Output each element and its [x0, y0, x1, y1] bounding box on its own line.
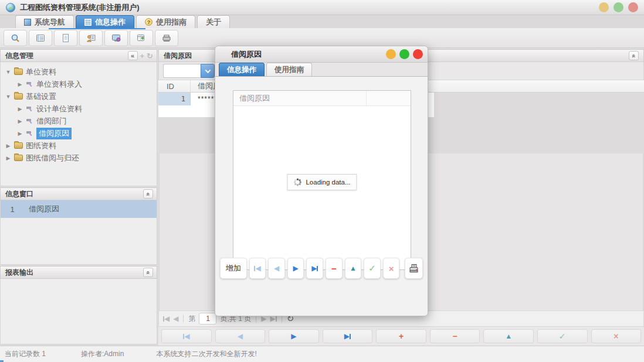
nav-next-button[interactable]: ▶ — [287, 258, 304, 279]
table-add-button[interactable] — [130, 30, 153, 46]
collapse-up-icon[interactable]: « — [143, 189, 153, 199]
report-output-body — [0, 279, 157, 344]
expand-arrow-icon[interactable]: ▶ — [17, 81, 23, 87]
tree-node-borrow-reason[interactable]: ▶ 借阅原因 — [1, 127, 157, 139]
icon-toolbar — [0, 28, 644, 48]
expand-arrow-icon[interactable]: ▶ — [17, 106, 23, 112]
search-button[interactable] — [4, 30, 27, 46]
user-report-icon — [86, 33, 96, 43]
nav-last-icon: ▶ — [311, 264, 318, 272]
tree-node-unit-data-entry[interactable]: ▶ 单位资料录入 — [1, 78, 157, 90]
dialog-tab-user-guide[interactable]: 使用指南 — [266, 63, 312, 76]
expand-arrow-icon[interactable]: ▶ — [5, 155, 11, 161]
monitor-button[interactable] — [104, 30, 128, 46]
tab-label: 使用指南 — [156, 17, 187, 28]
column-header-empty — [366, 91, 411, 105]
tab-label: 信息操作 — [95, 17, 126, 28]
tree-node-drawing-borrow-return[interactable]: ▶ 图纸借阅与归还 — [1, 152, 157, 164]
add-button[interactable]: 增加 — [220, 258, 247, 279]
dialog-grid-header: 借阅原因 — [233, 91, 411, 106]
grid-icon — [84, 19, 91, 26]
nav-next-icon: ▶ — [291, 332, 296, 340]
printer-tray-button[interactable] — [155, 30, 178, 46]
refresh-icon[interactable]: ↻ — [147, 52, 153, 60]
tree-label-selected: 借阅原因 — [36, 128, 72, 139]
nav-prev-icon: ◀ — [238, 332, 243, 340]
nav-prev-button[interactable]: ◀ — [215, 329, 266, 343]
zoom-icon[interactable] — [614, 2, 623, 12]
column-header-id[interactable]: ID — [158, 80, 191, 92]
add-icon[interactable]: + — [140, 52, 145, 60]
expand-arrow-icon[interactable]: ▶ — [5, 143, 11, 149]
add-record-button[interactable]: + — [376, 329, 426, 343]
chevron-down-icon[interactable] — [201, 64, 215, 78]
app-title: 工程图纸资料管理系统(非注册用户) — [20, 2, 140, 13]
move-up-button[interactable]: ▲ — [345, 258, 362, 279]
page-number-input[interactable] — [199, 313, 216, 325]
nav-first-button[interactable]: ◀ — [249, 258, 266, 279]
status-message: 本系统支持二次开发和全新开发! — [156, 349, 256, 359]
main-tabbar: 系统导航 信息操作 ? 使用指南 关于 — [0, 15, 644, 28]
tab-info-operation[interactable]: 信息操作 — [76, 15, 134, 28]
operator-label: 操作者:Admin — [81, 349, 124, 359]
tree-node-basic-settings[interactable]: ▼ 基础设置 — [1, 90, 157, 103]
tree-node-drawing-data[interactable]: ▶ 图纸资料 — [1, 139, 157, 152]
dialog-titlebar[interactable]: 借阅原因 — [215, 46, 428, 63]
help-coin-icon: ? — [145, 18, 152, 26]
cancel-button[interactable]: × — [591, 329, 642, 343]
column-header-reason[interactable]: 借阅原因 — [233, 91, 366, 105]
tree-node-borrow-department[interactable]: ▶ 借阅部门 — [1, 115, 157, 127]
remove-icon: − — [331, 264, 337, 274]
tree-node-design-unit-data[interactable]: ▶ 设计单位资料 — [1, 103, 157, 115]
remove-record-button[interactable]: − — [430, 329, 480, 343]
close-icon[interactable] — [628, 2, 638, 12]
tool-icon — [26, 80, 33, 88]
nav-next-button[interactable]: ▶ — [269, 329, 319, 343]
user-report-button[interactable] — [79, 30, 103, 46]
dialog-body: 借阅原因 Loading data... 增加 ◀ ◀ ▶ ▶ − ▲ ✓ — [215, 77, 428, 285]
record-count-label: 当前记录数 1 — [5, 349, 46, 359]
list-item[interactable]: 1 借阅原因 — [1, 200, 157, 218]
print-button[interactable] — [405, 258, 423, 279]
minimize-icon[interactable] — [599, 2, 609, 12]
move-up-button[interactable]: ▲ — [483, 329, 534, 343]
expand-arrow-icon[interactable]: ▶ — [17, 118, 23, 124]
table-list-icon — [36, 33, 45, 43]
dialog-tab-info-operation[interactable]: 信息操作 — [219, 63, 265, 76]
combo-input[interactable] — [163, 64, 201, 78]
tree-label: 单位资料录入 — [36, 79, 82, 90]
filter-combobox[interactable] — [163, 64, 215, 78]
expand-arrow-icon[interactable]: ▼ — [5, 94, 11, 100]
tree-label: 基础设置 — [26, 91, 56, 102]
confirm-button[interactable]: ✓ — [537, 329, 588, 343]
nav-last-button[interactable]: ▶ — [323, 329, 373, 343]
tool-icon — [26, 117, 33, 125]
nav-prev-button[interactable]: ◀ — [268, 258, 285, 279]
dialog-minimize-icon[interactable] — [386, 49, 396, 59]
dialog-zoom-icon[interactable] — [399, 49, 409, 59]
confirm-button[interactable]: ✓ — [364, 258, 381, 279]
expand-arrow-icon[interactable]: ▼ — [5, 69, 11, 75]
nav-next-icon: ▶ — [293, 264, 299, 272]
collapse-left-icon[interactable]: « — [128, 51, 138, 60]
page-prefix-label: 第 — [188, 314, 195, 324]
folder-icon — [14, 93, 23, 100]
dialog-close-icon[interactable] — [413, 49, 423, 59]
nav-prev-icon[interactable]: ◀ — [173, 315, 178, 323]
tab-system-nav[interactable]: 系统导航 — [15, 15, 74, 28]
table-list-button[interactable] — [29, 30, 52, 46]
remove-button[interactable]: − — [326, 258, 343, 279]
tree-node-unit-data[interactable]: ▼ 单位资料 — [1, 66, 157, 78]
collapse-up-icon[interactable]: « — [143, 268, 153, 277]
nav-first-button[interactable]: ◀ — [161, 329, 212, 343]
collapse-up-icon[interactable]: « — [629, 51, 639, 60]
cancel-button[interactable]: × — [383, 258, 400, 279]
spinner-icon — [293, 178, 301, 186]
nav-first-icon[interactable]: ◀ — [163, 315, 170, 323]
tab-about[interactable]: 关于 — [197, 15, 230, 28]
document-button[interactable] — [54, 30, 77, 46]
tab-user-guide[interactable]: ? 使用指南 — [136, 15, 195, 28]
expand-arrow-icon[interactable]: ▶ — [17, 131, 23, 136]
nav-last-button[interactable]: ▶ — [306, 258, 323, 279]
search-icon — [11, 33, 20, 43]
